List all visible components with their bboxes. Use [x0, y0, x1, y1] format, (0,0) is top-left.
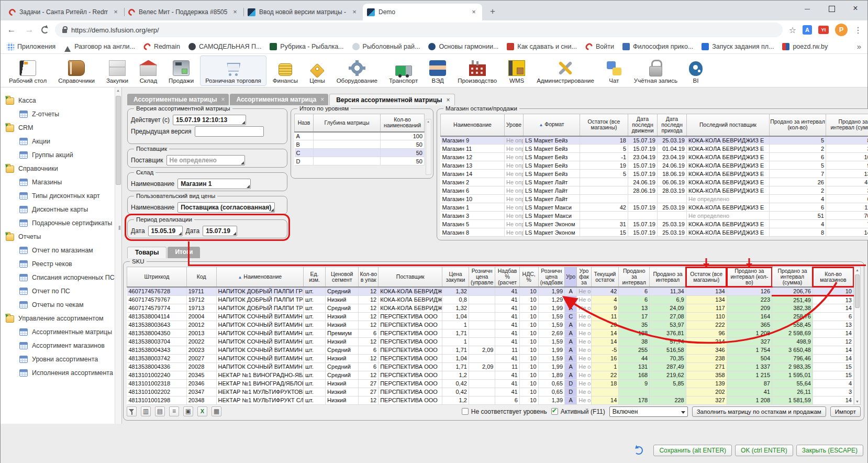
column-header[interactable]: Формат	[524, 114, 580, 136]
cell[interactable]: 20012	[186, 321, 216, 329]
minimize-icon[interactable]	[795, 1, 819, 16]
cell[interactable]: 50	[381, 140, 425, 149]
cell[interactable]: A	[565, 295, 577, 304]
cell[interactable]: шт.	[303, 312, 325, 321]
cell[interactable]: 19	[580, 161, 628, 170]
cell[interactable]: Не о	[577, 371, 591, 379]
cell[interactable]: A	[565, 362, 577, 371]
cell[interactable]: 11	[495, 346, 519, 354]
cell[interactable]	[469, 287, 495, 295]
cell[interactable]: 139	[686, 379, 727, 388]
cell[interactable]: 24,09	[650, 304, 686, 312]
cell[interactable]: 23.04.19	[658, 153, 687, 161]
cell[interactable]: 14	[591, 337, 619, 346]
cell[interactable]: 15.07.19	[628, 145, 658, 153]
cell[interactable]: B	[295, 140, 314, 149]
cell[interactable]: 10	[519, 388, 538, 396]
cell[interactable]: Не опр	[505, 212, 524, 220]
cell[interactable]: Не о	[577, 287, 591, 295]
cell[interactable]: 70,14	[826, 212, 868, 220]
module-button[interactable]: Оборудование	[331, 56, 383, 86]
cell[interactable]	[469, 321, 495, 329]
cell[interactable]: 6	[359, 362, 379, 371]
cell[interactable]: LS Маркет Макси	[524, 212, 580, 220]
table-row[interactable]: 481353800435020013НАПИТОК СОЧНЫЙ ВИТАМИН…	[127, 329, 854, 337]
column-header[interactable]: Штрихкод	[127, 267, 187, 288]
cell[interactable]: 382,38	[772, 304, 813, 312]
cell[interactable]: Магазин 14	[441, 170, 505, 178]
cell[interactable]: 13	[813, 321, 853, 329]
nav-tree-item[interactable]: Магазины	[6, 175, 120, 189]
column-header[interactable]: Поставщик	[379, 267, 442, 288]
cell[interactable]: 20348	[186, 396, 216, 404]
cell[interactable]	[628, 212, 658, 220]
cell[interactable]: -5	[591, 346, 619, 354]
cell[interactable]: 14	[813, 346, 853, 354]
cell[interactable]: 117	[686, 304, 727, 312]
cell[interactable]: 31	[580, 220, 628, 228]
cell[interactable]: 178	[619, 396, 650, 404]
cell[interactable]: 15.07.19	[628, 161, 658, 170]
cell[interactable]: шт.	[303, 396, 325, 404]
cell[interactable]: 223	[727, 295, 772, 304]
cell[interactable]: шт.	[303, 287, 325, 295]
cell[interactable]: Не о	[577, 396, 591, 404]
nav-tree-item[interactable]: Касса	[6, 94, 120, 107]
cell[interactable]: 50	[381, 149, 425, 157]
cell[interactable]: 15.07.19	[628, 170, 658, 178]
cell[interactable]: 2,09	[469, 362, 495, 371]
tab-close-icon[interactable]	[447, 96, 450, 104]
cell[interactable]	[580, 186, 628, 195]
cell[interactable]: 214	[686, 337, 727, 346]
cell[interactable]: ПЕРСПЕКТИВА ООО	[379, 337, 442, 346]
cell[interactable]: 10	[519, 379, 538, 388]
cell[interactable]: 8	[770, 228, 826, 237]
cell[interactable]	[469, 312, 495, 321]
cell[interactable]: A	[295, 132, 314, 140]
cell[interactable]: Не опр	[505, 220, 524, 228]
cell[interactable]: 1	[442, 337, 469, 346]
cell[interactable]: 41	[727, 388, 772, 396]
cell[interactable]: 20023	[186, 346, 216, 354]
column-header[interactable]: Наименование	[441, 114, 505, 136]
browser-tab[interactable]: Велес Мит - Поддержка #8505:	[124, 4, 243, 20]
cell[interactable]: 1 581,59	[772, 396, 813, 404]
cell[interactable]: D	[295, 157, 314, 166]
cell[interactable]: 1	[591, 362, 619, 371]
cell[interactable]: 1,71	[442, 346, 469, 354]
cell[interactable]: 1,39	[538, 396, 565, 404]
cell[interactable]: 14	[813, 304, 853, 312]
cell[interactable]: Магазин 13	[441, 161, 505, 170]
module-button[interactable]: ВЭД	[424, 56, 451, 86]
levels-scrollbar[interactable]	[426, 119, 431, 175]
cell[interactable]: 12	[359, 396, 379, 404]
cell[interactable]: 126	[727, 287, 772, 295]
cell[interactable]: КОКА-КОЛА БЕВРИДЖИЗ Е	[687, 136, 770, 145]
column-header[interactable]: Продано за интервал	[619, 267, 650, 288]
cell[interactable]: НАПИТОК СОЧНЫЙ ВИТАМИН ЯБЛ/Е	[216, 354, 303, 362]
cell[interactable]: 20004	[186, 312, 216, 321]
close-icon[interactable]	[843, 1, 867, 16]
column-header[interactable]: Уро	[565, 267, 577, 288]
cell[interactable]: Магазин 11	[441, 145, 505, 153]
cell[interactable]: A	[565, 287, 577, 295]
cell[interactable]: LS Маркет Эконом	[524, 228, 580, 237]
cell[interactable]: 12	[359, 312, 379, 321]
module-button[interactable]: Цены	[304, 56, 330, 86]
cell[interactable]: 15.07.19	[628, 136, 658, 145]
cell[interactable]: шт.	[303, 354, 325, 362]
cell[interactable]	[469, 329, 495, 337]
cell[interactable]: Низкий	[326, 396, 359, 404]
table-row[interactable]: Магазин 11Не опрLS Маркет Бейз515.07.190…	[441, 145, 868, 153]
column-header[interactable]: Продано за интервал	[650, 267, 686, 288]
previous-version-input[interactable]	[195, 126, 264, 137]
cell[interactable]: 1,59	[538, 312, 565, 321]
cell[interactable]: Магазин 5	[441, 220, 505, 228]
module-button[interactable]: Рабочий стол	[4, 56, 52, 86]
cell[interactable]: LS Маркет Бейз	[524, 145, 580, 153]
cell[interactable]: 16	[591, 354, 619, 362]
cell[interactable]: шт.	[303, 362, 325, 371]
cell[interactable]: 4607174579774	[127, 304, 187, 312]
cell[interactable]: 9	[591, 304, 619, 312]
column-header[interactable]: Ед. изм.	[303, 267, 325, 288]
